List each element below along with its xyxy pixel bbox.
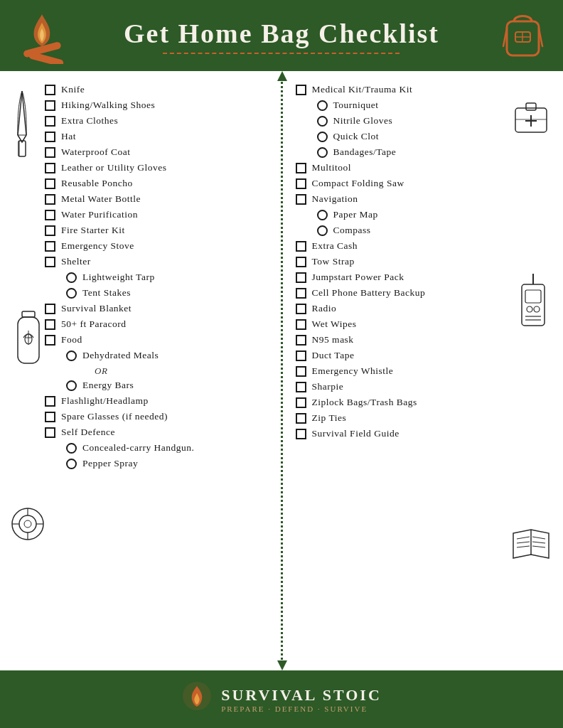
knife-icon (9, 85, 36, 166)
footer-tagline: PREPARE · DEFEND · SURVIVE (221, 705, 368, 713)
circle-checkbox[interactable] (317, 210, 328, 220)
item-label: Pepper Spray (82, 458, 138, 469)
square-checkbox[interactable] (45, 132, 55, 142)
square-checkbox[interactable] (296, 163, 306, 173)
square-checkbox[interactable] (45, 100, 55, 111)
list-item: Flashlight/Headlamp (45, 395, 268, 407)
square-checkbox[interactable] (296, 413, 306, 424)
column-divider (281, 78, 283, 663)
square-checkbox[interactable] (45, 304, 55, 314)
list-item: Emergency Stove (45, 240, 268, 252)
square-checkbox[interactable] (296, 85, 306, 95)
list-item: Duct Tape (296, 350, 544, 361)
svg-line-34 (517, 542, 530, 543)
medkit-icon (510, 100, 552, 141)
list-item: Self Defence (45, 427, 268, 438)
circle-checkbox[interactable] (66, 272, 77, 283)
square-checkbox[interactable] (45, 412, 55, 422)
list-item: Concealed-carry Handgun. (45, 442, 268, 454)
square-checkbox[interactable] (45, 241, 55, 252)
circle-checkbox[interactable] (66, 443, 77, 454)
square-checkbox[interactable] (45, 257, 55, 267)
square-checkbox[interactable] (45, 194, 55, 205)
square-checkbox[interactable] (296, 178, 306, 189)
radio-icon (513, 270, 552, 337)
list-item: Dehydrated Meals (45, 350, 268, 361)
circle-checkbox[interactable] (66, 380, 77, 391)
list-item: Zip Ties (296, 412, 544, 424)
main-content: KnifeHiking/Walking ShoesExtra ClothesHa… (0, 71, 563, 670)
list-item: Wet Wipes (296, 318, 544, 330)
or-separator: OR (45, 365, 268, 377)
list-item: Shelter (45, 256, 268, 267)
circle-checkbox[interactable] (317, 100, 328, 111)
square-checkbox[interactable] (45, 396, 55, 407)
square-checkbox[interactable] (296, 319, 306, 330)
square-checkbox[interactable] (296, 397, 306, 408)
square-checkbox[interactable] (296, 241, 306, 252)
circle-checkbox[interactable] (317, 147, 328, 158)
item-label: Radio (312, 303, 337, 314)
item-label: Dehydrated Meals (82, 350, 159, 361)
square-checkbox[interactable] (45, 163, 55, 173)
arrow-down-icon (277, 660, 287, 670)
list-item: Knife (45, 84, 268, 95)
svg-point-14 (19, 515, 36, 532)
square-checkbox[interactable] (296, 272, 306, 283)
square-checkbox[interactable] (296, 335, 306, 346)
list-item: Medical Kit/Trauma Kit (296, 84, 544, 95)
footer-logo-icon (181, 680, 213, 718)
list-item: Water Purification (45, 209, 268, 220)
right-checklist: Medical Kit/Trauma KitTourniquetNitrile … (296, 84, 544, 439)
item-label: Survival Blanket (61, 303, 132, 314)
list-item: Tourniquet (296, 100, 544, 111)
circle-checkbox[interactable] (66, 459, 77, 469)
list-item: Tow Strap (296, 256, 544, 267)
book-icon (510, 526, 552, 564)
square-checkbox[interactable] (45, 147, 55, 158)
square-checkbox[interactable] (45, 335, 55, 346)
list-item: Fire Starter Kit (45, 225, 268, 236)
list-item: Emergency Whistle (296, 365, 544, 377)
circle-checkbox[interactable] (66, 350, 77, 361)
square-checkbox[interactable] (45, 85, 55, 95)
svg-line-36 (532, 537, 545, 539)
circle-checkbox[interactable] (317, 225, 328, 236)
list-item: Extra Clothes (45, 115, 268, 127)
list-item: Metal Water Bottle (45, 193, 268, 205)
square-checkbox[interactable] (296, 350, 306, 361)
square-checkbox[interactable] (45, 225, 55, 236)
campfire-icon (17, 7, 67, 75)
item-label: Energy Bars (82, 380, 134, 391)
list-item: Survival Field Guide (296, 428, 544, 439)
item-label: Paper Map (333, 209, 378, 220)
square-checkbox[interactable] (45, 178, 55, 189)
list-item: Extra Cash (296, 240, 544, 252)
square-checkbox[interactable] (296, 366, 306, 377)
square-checkbox[interactable] (296, 288, 306, 299)
item-label: 50+ ft Paracord (61, 318, 127, 330)
item-label: Sharpie (312, 381, 344, 392)
item-label: Multitool (312, 162, 352, 173)
item-label: Self Defence (61, 427, 115, 438)
square-checkbox[interactable] (296, 304, 306, 314)
circle-checkbox[interactable] (66, 288, 77, 299)
list-item: N95 mask (296, 334, 544, 346)
list-item: Paper Map (296, 209, 544, 220)
square-checkbox[interactable] (45, 427, 55, 438)
item-label: Food (61, 334, 82, 346)
svg-rect-10 (22, 311, 35, 317)
square-checkbox[interactable] (296, 194, 306, 205)
square-checkbox[interactable] (296, 257, 306, 267)
square-checkbox[interactable] (45, 319, 55, 330)
circle-checkbox[interactable] (317, 116, 328, 127)
square-checkbox[interactable] (45, 210, 55, 220)
circle-checkbox[interactable] (317, 132, 328, 142)
item-label: Lightweight Tarp (82, 272, 155, 283)
item-label: Medical Kit/Trauma Kit (312, 84, 413, 95)
square-checkbox[interactable] (45, 116, 55, 127)
square-checkbox[interactable] (296, 429, 306, 439)
svg-line-35 (517, 546, 530, 547)
square-checkbox[interactable] (296, 382, 306, 392)
list-item: Nitrile Gloves (296, 115, 544, 127)
